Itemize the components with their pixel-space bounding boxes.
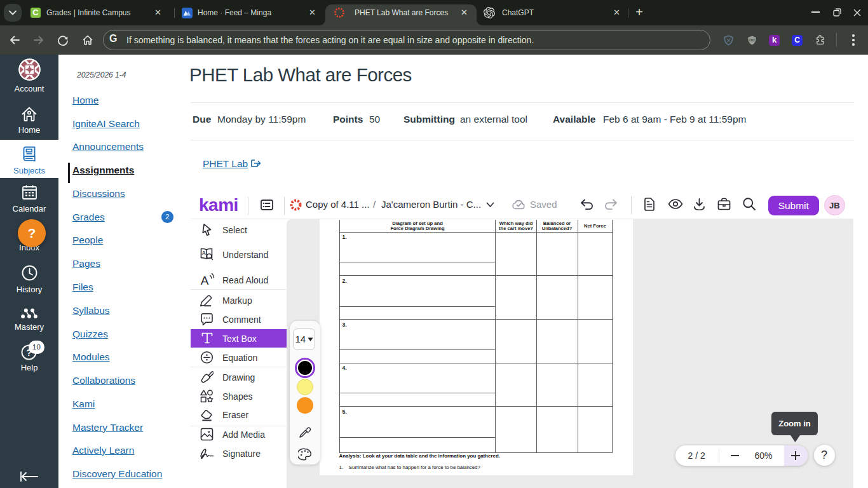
svg-text:A: A bbox=[201, 274, 209, 287]
svg-text:A: A bbox=[202, 250, 206, 256]
svg-text:UO: UO bbox=[749, 38, 755, 42]
